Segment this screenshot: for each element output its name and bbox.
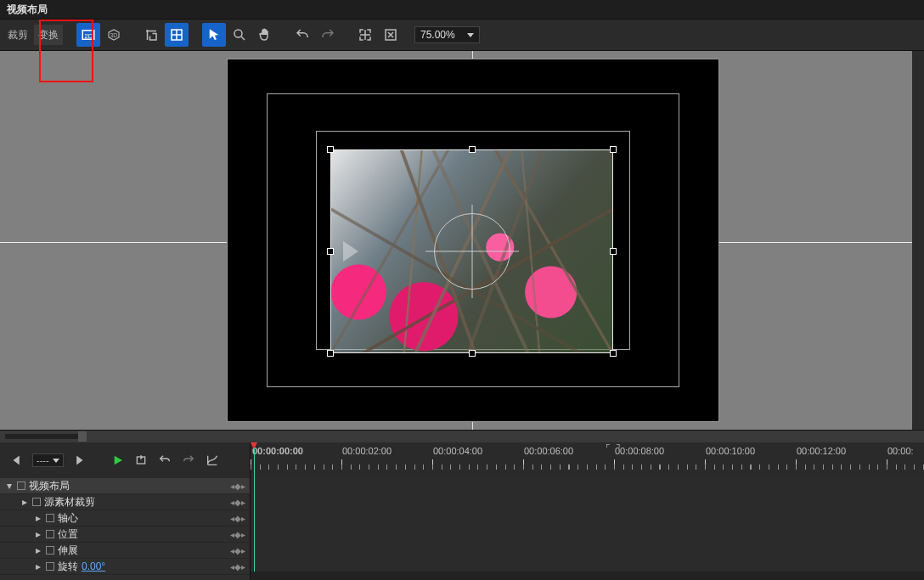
- window-title: 视频布局: [7, 3, 48, 17]
- ruler-label: 00:00:10:00: [706, 446, 755, 456]
- svg-point-4: [234, 30, 242, 37]
- playhead-line: [254, 478, 255, 580]
- out-point-marker[interactable]: ⌝: [616, 442, 621, 454]
- step-fwd-button[interactable]: [69, 451, 87, 470]
- safe-area-icon[interactable]: [353, 23, 377, 47]
- grid-icon[interactable]: [165, 23, 189, 47]
- pivot-cross: [471, 205, 472, 298]
- snap-guide-icon[interactable]: [139, 23, 163, 47]
- mask-icon[interactable]: [379, 23, 403, 47]
- timecode-current: 00:00:00:00: [252, 446, 303, 456]
- timeline-panel: ---- 00:00:00:00 00:00:02:00 00:00:04:00…: [0, 430, 924, 580]
- hand-tool-icon[interactable]: [253, 23, 277, 47]
- resize-handle-mr[interactable]: [610, 248, 617, 255]
- ruler-ticks: [251, 459, 924, 473]
- preview-canvas[interactable]: [0, 51, 924, 430]
- rotation-value-field[interactable]: 0.00°: [82, 560, 105, 572]
- window-titlebar: 视频布局: [0, 0, 924, 19]
- tree-label: 伸展: [58, 543, 227, 558]
- selection-tool-icon[interactable]: [202, 23, 226, 47]
- ruler-label: 00:00:08:00: [615, 446, 664, 456]
- canvas-scrollbar[interactable]: [912, 51, 924, 430]
- play-button[interactable]: [108, 451, 127, 470]
- svg-text:3D: 3D: [110, 32, 118, 38]
- zoom-tool-icon[interactable]: [228, 23, 251, 47]
- tree-root-row[interactable]: ▾ 视频布局 ◂◆▸: [0, 478, 250, 494]
- tree-row-rotation[interactable]: ▸ 旋转0.00° ◂◆▸: [0, 559, 250, 575]
- tree-label: 位置: [58, 527, 227, 542]
- tree-label: 源素材裁剪: [44, 495, 227, 510]
- layer-box-icon: [46, 530, 54, 538]
- timeline-scrollbar[interactable]: [251, 572, 924, 580]
- undo-tl-button[interactable]: [155, 451, 174, 470]
- loop-button[interactable]: [132, 451, 150, 470]
- resize-handle-tm[interactable]: [469, 146, 476, 153]
- layer-box-icon: [46, 562, 54, 571]
- tree-root-label: 视频布局: [29, 479, 227, 493]
- curve-editor-button[interactable]: [203, 451, 222, 470]
- resize-handle-tr[interactable]: [610, 146, 617, 153]
- keyframe-nav[interactable]: ◂◆▸: [230, 514, 245, 523]
- keyframe-track-area[interactable]: [250, 478, 924, 580]
- expander-icon[interactable]: ▸: [20, 496, 29, 508]
- layer-box-icon: [46, 514, 54, 522]
- tab-crop[interactable]: 裁剪: [3, 25, 32, 45]
- expander-icon[interactable]: ▸: [34, 560, 42, 572]
- mode-3d-button[interactable]: 3D: [102, 23, 126, 47]
- layer-box-icon: [32, 498, 41, 506]
- transport-controls: ----: [0, 442, 250, 478]
- ruler-label: 00:00:12:00: [797, 446, 846, 456]
- svg-text:2D: 2D: [85, 32, 93, 40]
- redo-tl-button[interactable]: [179, 451, 198, 470]
- time-ruler[interactable]: 00:00:00:00 00:00:02:00 00:00:04:00 00:0…: [250, 442, 924, 478]
- expander-icon[interactable]: ▸: [34, 512, 42, 524]
- chevron-down-icon: [53, 459, 59, 463]
- keyframe-nav[interactable]: ◂◆▸: [230, 546, 245, 555]
- zoom-slider-thumb[interactable]: [78, 431, 87, 442]
- keyframe-nav[interactable]: ◂◆▸: [230, 481, 245, 491]
- undo-icon[interactable]: [290, 23, 314, 47]
- resize-handle-tl[interactable]: [327, 146, 334, 153]
- mode-2d-button[interactable]: 2D: [76, 23, 100, 47]
- resize-handle-bl[interactable]: [327, 350, 334, 357]
- keyframe-nav[interactable]: ◂◆▸: [230, 562, 245, 572]
- layer-box-icon: [46, 546, 54, 555]
- expander-icon[interactable]: ▸: [34, 544, 42, 556]
- playhead[interactable]: [254, 442, 255, 478]
- tree-row-position[interactable]: ▸ 位置 ◂◆▸: [0, 527, 250, 543]
- ruler-label: 00:00:: [887, 446, 914, 456]
- ruler-label: 00:00:06:00: [524, 446, 573, 456]
- zoom-value: 75.00%: [420, 29, 455, 41]
- resize-handle-bm[interactable]: [469, 350, 476, 357]
- timeline-zoom-bar[interactable]: [0, 431, 924, 442]
- tab-transform[interactable]: 变换: [34, 25, 63, 45]
- tree-label-rotation: 旋转0.00°: [58, 560, 227, 574]
- in-point-marker[interactable]: ⌜: [606, 442, 611, 454]
- resize-handle-br[interactable]: [610, 350, 617, 357]
- zoom-slider[interactable]: [5, 434, 83, 439]
- resize-handle-ml[interactable]: [327, 248, 334, 255]
- ruler-label: 00:00:04:00: [433, 446, 482, 456]
- layer-box-icon: [17, 481, 25, 490]
- chevron-down-icon: [467, 33, 474, 37]
- keyframe-nav[interactable]: ◂◆▸: [230, 498, 245, 507]
- tree-row-source-crop[interactable]: ▸ 源素材裁剪 ◂◆▸: [0, 494, 250, 510]
- play-overlay-icon: [343, 241, 358, 262]
- redo-icon[interactable]: [316, 23, 340, 47]
- step-back-button[interactable]: [8, 451, 27, 470]
- tree-label: 轴心: [58, 511, 227, 526]
- ruler-label: 00:00:02:00: [342, 446, 392, 456]
- keyframe-nav[interactable]: ◂◆▸: [230, 530, 245, 539]
- zoom-select[interactable]: 75.00%: [414, 26, 480, 43]
- speed-select[interactable]: ----: [32, 453, 64, 467]
- selected-clip[interactable]: [330, 149, 613, 353]
- property-tree: ▾ 视频布局 ◂◆▸ ▸ 源素材裁剪 ◂◆▸ ▸ 轴心 ◂◆▸ ▸ 位置 ◂◆▸…: [0, 478, 250, 580]
- expander-icon[interactable]: ▸: [34, 528, 42, 540]
- tree-row-stretch[interactable]: ▸ 伸展 ◂◆▸: [0, 543, 250, 559]
- expander-icon[interactable]: ▾: [5, 480, 14, 492]
- tree-row-pivot[interactable]: ▸ 轴心 ◂◆▸: [0, 510, 250, 527]
- main-toolbar: 裁剪 变换 2D 3D 75.00%: [0, 19, 924, 51]
